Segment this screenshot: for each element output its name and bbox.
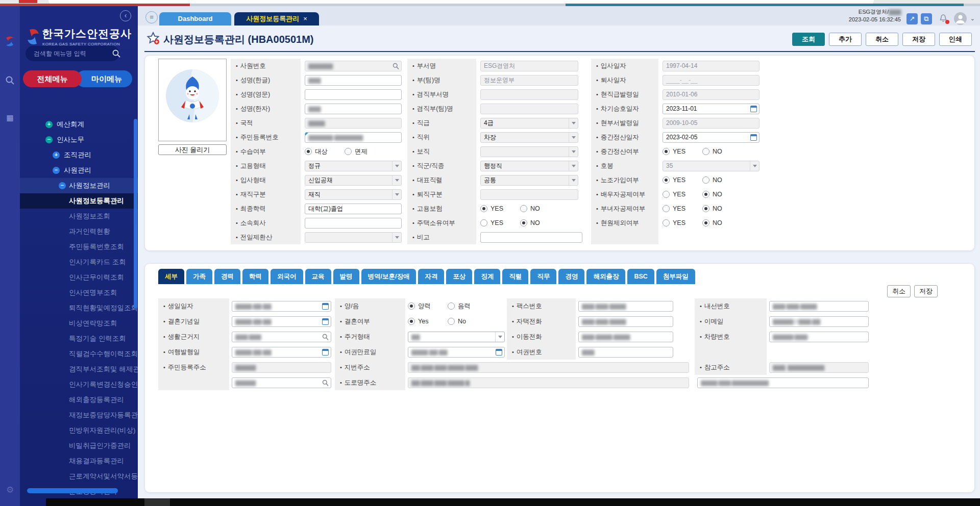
sidebar-item[interactable]: +예산회계 [20, 117, 138, 132]
sidebar-item[interactable]: 인사연명부조회 [20, 285, 138, 300]
radio-option[interactable]: YES [480, 205, 520, 212]
field-input[interactable]: ▇▇▇▇ [305, 118, 402, 129]
radio-selected-icon[interactable] [663, 176, 670, 184]
user-menu-chevron-down-icon[interactable]: ⌄ [970, 15, 975, 22]
sidebar-collapse-icon[interactable]: ‹ [120, 10, 131, 21]
sidebar-item[interactable]: 인사기록변경신청승인 [20, 377, 138, 392]
field-input[interactable]: 정보운영부 [480, 75, 578, 86]
field-select[interactable] [305, 232, 402, 243]
field-select[interactable]: 차장 [480, 132, 578, 143]
detail-tab[interactable]: 경영 [558, 269, 584, 284]
detail-tab[interactable]: 경력 [214, 269, 240, 284]
field-input[interactable] [305, 89, 402, 100]
tab-active-page[interactable]: 사원정보등록관리× [234, 12, 319, 26]
detail-tab[interactable]: BSC [627, 269, 654, 284]
collapse-minus-icon[interactable]: − [45, 136, 53, 143]
field-select[interactable]: 정규 [305, 161, 402, 171]
dropdown-icon[interactable] [569, 175, 578, 185]
search-icon[interactable] [322, 334, 329, 341]
tab-dashboard[interactable]: Dashboard [159, 12, 231, 26]
field-input[interactable]: ____-__-__ [663, 75, 760, 86]
radio-selected-icon[interactable] [305, 148, 312, 155]
detail-cancel-button[interactable]: 취소 [887, 285, 911, 297]
field-input[interactable]: ▇▇▇▇▇(▇▇▇) [769, 332, 869, 342]
field-select[interactable]: 행정직 [480, 161, 578, 171]
dropdown-icon[interactable] [392, 190, 401, 199]
tab-my-menu[interactable]: 마이메뉴 [76, 70, 132, 87]
field-input[interactable] [480, 232, 582, 243]
photo-upload-button[interactable]: 사진 올리기 [158, 144, 227, 155]
sidebar-item[interactable]: 겸직부서조회및 해제관리 [20, 362, 138, 377]
favorite-star-icon[interactable] [146, 32, 160, 45]
field-input[interactable]: ▇▇▇-▇▇▇-▇▇▇▇ [769, 301, 869, 312]
radio-option[interactable]: NO [702, 219, 742, 226]
sidebar-horizontal-scrollbar[interactable] [27, 488, 118, 493]
detail-tab[interactable]: 학력 [242, 269, 268, 284]
detail-tab[interactable]: 자격 [418, 269, 444, 284]
detail-tab[interactable]: 세부 [158, 269, 184, 284]
field-input[interactable]: ▇▇▇ [305, 75, 402, 86]
sidebar-item[interactable]: 퇴직현황및예정일조회 [20, 300, 138, 316]
dropdown-icon[interactable] [569, 118, 578, 128]
radio-selected-icon[interactable] [663, 148, 670, 155]
dropdown-icon[interactable] [569, 161, 578, 171]
search-input[interactable]: ▇▇▇ ▇▇▇ [232, 332, 331, 342]
field-input[interactable]: 1997-04-14 [663, 61, 760, 71]
radio-selected-icon[interactable] [408, 318, 415, 325]
sidebar-item[interactable]: 특정기술 인력조회 [20, 331, 138, 346]
calendar-icon[interactable] [322, 303, 329, 310]
open-new-window-icon[interactable]: ↗ [906, 13, 918, 24]
radio-icon[interactable] [480, 219, 487, 226]
radio-icon[interactable] [448, 318, 455, 325]
duplicate-window-icon[interactable]: ⧉ [921, 13, 932, 24]
sidebar-item[interactable]: +조직관리 [20, 147, 138, 163]
sidebar-vertical-scrollbar[interactable] [134, 119, 137, 309]
radio-icon[interactable] [663, 219, 670, 226]
dropdown-icon[interactable] [569, 133, 578, 142]
radio-selected-icon[interactable] [408, 302, 415, 310]
detail-tab[interactable]: 첨부파일 [656, 269, 695, 284]
detail-tab[interactable]: 교육 [305, 269, 331, 284]
field-input[interactable] [480, 89, 578, 100]
radio-option[interactable]: YES [480, 219, 520, 226]
radio-option[interactable]: NO [520, 205, 560, 212]
field-select[interactable]: 35 [663, 161, 760, 171]
field-input[interactable]: ▇▇▇▇ ▇▇▇.▇▇▇▇▇▇▇▇▇ [697, 377, 869, 388]
radio-selected-icon[interactable] [480, 205, 487, 212]
search-button[interactable]: 조회 [792, 33, 825, 46]
search-icon[interactable] [393, 63, 399, 70]
sidebar-item[interactable]: −사원관리 [20, 163, 138, 178]
radio-option[interactable]: YES [663, 205, 702, 212]
radio-option[interactable]: 음력 [448, 302, 487, 311]
radio-option[interactable]: YES [663, 176, 702, 184]
rail-search-icon[interactable] [0, 75, 20, 86]
field-input[interactable] [480, 104, 578, 114]
expand-plus-icon[interactable]: + [53, 151, 60, 159]
detail-tab[interactable]: 가족 [186, 269, 212, 284]
field-input[interactable]: ▇▇▇ [578, 347, 673, 358]
sidebar-item[interactable]: 비밀취급인가증관리 [20, 438, 138, 453]
radio-option[interactable]: YES [663, 191, 702, 198]
detail-tab[interactable]: 해외출장 [586, 269, 625, 284]
radio-icon[interactable] [702, 148, 709, 155]
sidebar-item[interactable]: 인사근무이력조회 [20, 270, 138, 285]
search-icon[interactable] [322, 380, 329, 387]
radio-option[interactable]: NO [702, 205, 742, 212]
field-select[interactable]: 신입공채 [305, 175, 402, 186]
dropdown-icon[interactable] [392, 233, 401, 242]
field-input[interactable]: ▇▇▇▇▇▇-▇▇▇▇▇▇▇ [305, 132, 402, 143]
radio-option[interactable]: 양력 [408, 302, 448, 311]
search-input[interactable]: ▇▇▇▇▇ [232, 377, 331, 388]
date-input[interactable]: ▇▇▇▇-▇▇-▇▇ [232, 347, 331, 358]
tab-all-menu[interactable]: 전체메뉴 [23, 70, 82, 87]
dropdown-icon[interactable] [392, 161, 401, 171]
radio-icon[interactable] [663, 205, 670, 212]
calendar-icon[interactable] [750, 106, 757, 112]
cancel-button[interactable]: 취소 [866, 33, 898, 46]
sidebar-item[interactable]: 근로계약서및서약서등록관리 [20, 469, 138, 484]
field-select[interactable]: ▇▇ [408, 332, 505, 342]
field-input[interactable]: ▇▇▇▇▇ [232, 362, 331, 373]
radio-option[interactable]: 면제 [345, 147, 384, 156]
detail-tab[interactable]: 포상 [446, 269, 472, 284]
field-input[interactable]: ▇▇▇. ▇▇▇▇▇▇▇▇▇ [769, 362, 869, 373]
